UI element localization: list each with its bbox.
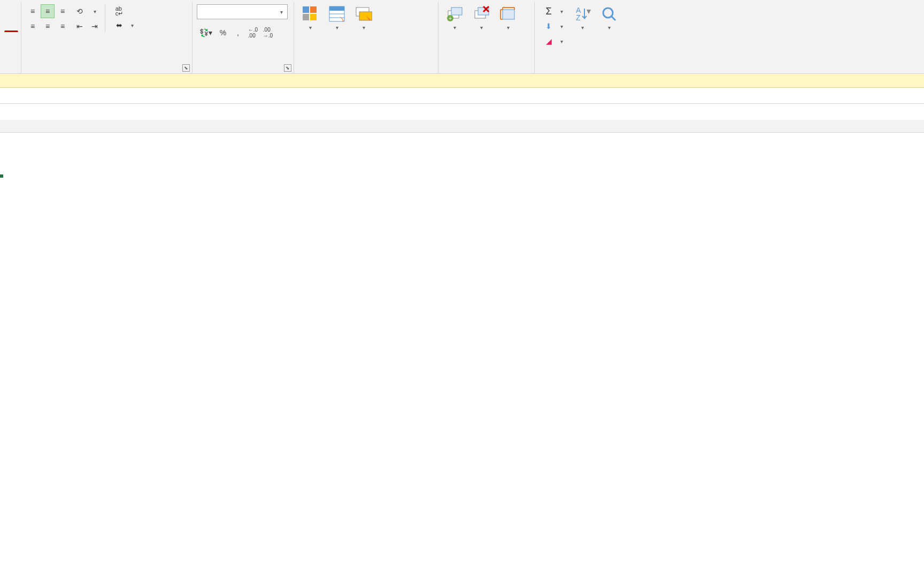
align-top-icon[interactable]: ≡	[26, 4, 40, 18]
sheet-title	[0, 133, 924, 158]
align-right-icon[interactable]: ≡	[56, 19, 70, 33]
sigma-icon: Σ	[543, 6, 554, 17]
align-middle-icon[interactable]: ≡	[41, 4, 55, 18]
cell-styles-icon	[355, 5, 372, 22]
merge-icon: ⬌	[114, 20, 125, 31]
editing-group: Σ ▾ ⬇ ▾ ◢ ▾ AZ ▾	[535, 2, 711, 74]
delete-icon	[473, 5, 490, 22]
font-size-btn[interactable]	[4, 4, 18, 18]
cell-styles-button[interactable]: ▾	[352, 4, 375, 32]
magnifier-icon	[600, 5, 618, 22]
wrap-icon: abc↵	[114, 6, 125, 17]
number-label	[197, 72, 289, 73]
wrap-text-button[interactable]: abc↵	[110, 4, 138, 18]
number-group: ▾ 💱▾ % , ←.0.00 .00→.0 ⬊	[192, 2, 294, 74]
increase-indent-icon[interactable]: ⇥	[88, 19, 102, 33]
fill-button[interactable]: ⬇ ▾	[539, 19, 567, 33]
conditional-format-icon	[302, 5, 319, 22]
decrease-decimal-icon[interactable]: .00→.0	[261, 26, 275, 40]
alignment-launcher[interactable]: ⬊	[182, 64, 190, 72]
sort-filter-icon: AZ	[574, 5, 591, 22]
align-center-icon[interactable]: ≡	[41, 19, 55, 33]
svg-line-22	[611, 16, 615, 20]
svg-rect-1	[310, 6, 317, 13]
conditional-format-button[interactable]: ▾	[298, 4, 322, 32]
editing-label	[539, 72, 707, 73]
ribbon: ≡ ≡ ≡ ≡ ≡ ≡ ⟲ ▾ ⇤ ⇥	[0, 0, 924, 74]
svg-rect-5	[329, 6, 344, 11]
align-left-icon[interactable]: ≡	[26, 19, 40, 33]
cells-label	[443, 72, 530, 73]
increase-decimal-icon[interactable]: ←.0.00	[246, 26, 260, 40]
svg-text:+: +	[449, 16, 452, 21]
svg-rect-18	[503, 10, 514, 19]
formula-bar[interactable]	[0, 88, 924, 104]
svg-rect-2	[303, 14, 309, 20]
table-format-icon	[328, 5, 345, 22]
decrease-indent-icon[interactable]: ⇤	[73, 19, 87, 33]
fill-icon: ⬇	[543, 21, 554, 32]
alignment-label	[26, 72, 188, 73]
percent-icon[interactable]: %	[216, 26, 230, 40]
styles-group: ▾ ▾ ▾	[294, 2, 438, 74]
number-format-dropdown[interactable]: ▾	[197, 4, 288, 19]
styles-label	[298, 72, 434, 73]
orientation-icon[interactable]: ⟲	[73, 4, 87, 18]
svg-rect-0	[303, 6, 309, 13]
autosum-button[interactable]: Σ ▾	[539, 4, 567, 18]
delete-button[interactable]: ▾	[469, 4, 493, 32]
cells-group: + ▾ ▾ ▾	[438, 2, 535, 74]
insert-icon: +	[446, 5, 463, 22]
svg-rect-9	[359, 12, 372, 20]
format-as-table-button[interactable]: ▾	[325, 4, 349, 32]
clear-button[interactable]: ◢ ▾	[539, 34, 567, 48]
svg-rect-11	[451, 7, 462, 15]
eraser-icon: ◢	[543, 36, 554, 47]
svg-rect-3	[310, 14, 317, 20]
orientation-dropdown[interactable]: ▾	[88, 4, 102, 18]
worksheet	[0, 120, 924, 174]
alignment-group: ≡ ≡ ≡ ≡ ≡ ≡ ⟲ ▾ ⇤ ⇥	[21, 2, 192, 74]
insert-button[interactable]: + ▾	[443, 4, 466, 32]
message-bar	[0, 74, 924, 88]
column-headers[interactable]	[0, 120, 924, 133]
format-button[interactable]: ▾	[496, 4, 520, 32]
svg-text:Z: Z	[576, 13, 581, 22]
find-select-button[interactable]: ▾	[597, 4, 621, 32]
merge-center-button[interactable]: ⬌ ▾	[110, 18, 138, 32]
comma-icon[interactable]: ,	[231, 26, 245, 40]
font-color-btn[interactable]	[4, 18, 18, 32]
number-launcher[interactable]: ⬊	[284, 64, 291, 72]
format-icon	[499, 5, 517, 22]
currency-icon[interactable]: 💱▾	[197, 26, 215, 40]
align-bottom-icon[interactable]: ≡	[56, 4, 70, 18]
active-cell-indicator	[0, 174, 2, 177]
sort-filter-button[interactable]: AZ ▾	[571, 4, 594, 32]
